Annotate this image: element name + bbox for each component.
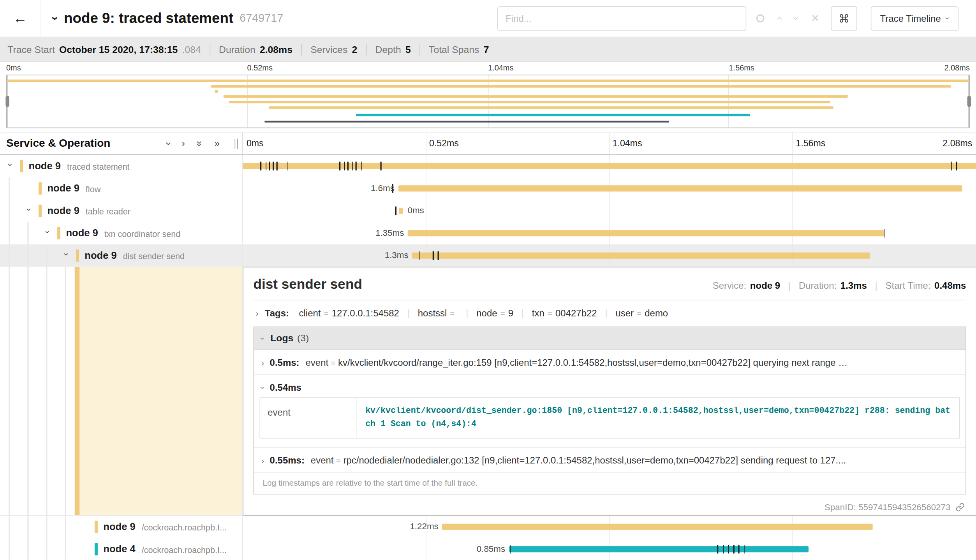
collapse-trace-icon[interactable]: › bbox=[48, 16, 63, 21]
minimap-span-bar bbox=[7, 80, 969, 82]
log-entry-expander-icon[interactable]: › bbox=[259, 386, 267, 389]
minimap-canvas[interactable] bbox=[6, 75, 970, 128]
minimap-span-bar bbox=[211, 85, 951, 88]
summary-item: Total Spans7 bbox=[429, 44, 489, 55]
minimap-right-scrubber[interactable] bbox=[969, 75, 969, 127]
span-name: node 9dist sender send bbox=[85, 244, 240, 267]
log-marker-tick bbox=[287, 162, 288, 170]
span-row-timeline[interactable]: 1.35ms bbox=[243, 222, 976, 245]
chevron-down-icon[interactable]: › bbox=[62, 250, 72, 258]
minimap-tick-label: 1.04ms bbox=[488, 63, 514, 72]
chevron-down-icon: › bbox=[943, 17, 953, 20]
service-name: node 9 bbox=[47, 183, 79, 194]
tags-row[interactable]: ›Tags:client=127.0.0.1:54582|hostssl=|no… bbox=[253, 300, 966, 325]
span-row-timeline[interactable] bbox=[243, 155, 976, 177]
summary-label: Duration bbox=[219, 44, 255, 55]
log-field-value: rpc/nodedialer/nodedialer.go:132 [n9,cli… bbox=[343, 455, 846, 465]
service-operation-title: Service & Operation bbox=[6, 137, 110, 150]
collapse-all-icon[interactable]: » bbox=[195, 140, 205, 146]
span-row[interactable]: node 9/cockroach.roachpb.I...1.22ms bbox=[0, 516, 976, 538]
span-row[interactable]: ›node 9txn coordinator send1.35ms bbox=[0, 222, 976, 245]
span-duration-bar bbox=[442, 524, 872, 530]
duration-label: 1.6ms bbox=[371, 183, 395, 193]
link-icon[interactable] bbox=[950, 502, 965, 512]
span-detail-panel: dist sender sendService:node 9|Duration:… bbox=[243, 267, 976, 516]
log-entry[interactable]: ›0.55ms:event=rpc/nodedialer/nodedialer.… bbox=[254, 448, 965, 472]
span-row-timeline[interactable]: 0.85ms bbox=[243, 538, 976, 560]
chevron-down-icon[interactable]: › bbox=[24, 205, 34, 214]
chevron-up-icon[interactable]: › bbox=[774, 17, 784, 20]
expand-one-icon[interactable]: › bbox=[181, 139, 185, 149]
indent-guide bbox=[46, 267, 47, 515]
minimap-tick-label: 0.52ms bbox=[247, 63, 273, 72]
span-row-timeline[interactable]: 1.3ms bbox=[243, 244, 976, 267]
service-color-bar bbox=[20, 160, 23, 172]
collapse-one-icon[interactable]: › bbox=[163, 142, 173, 145]
chevron-down-icon[interactable]: › bbox=[43, 228, 53, 236]
log-timestamp: 0.55ms: bbox=[270, 455, 305, 465]
log-entry-header[interactable]: ›0.54ms bbox=[254, 375, 965, 395]
operation-name: txn coordinator send bbox=[104, 229, 181, 239]
minimap-tick-labels: 0ms0.52ms1.04ms1.56ms2.08ms bbox=[6, 63, 970, 74]
tag-key: txn bbox=[532, 308, 544, 318]
span-row[interactable]: ›node 9table reader0ms bbox=[0, 200, 976, 222]
target-icon[interactable] bbox=[756, 14, 765, 23]
span-row[interactable]: node 9flow1.6ms bbox=[0, 177, 976, 200]
indent-guide bbox=[9, 222, 10, 245]
span-name: node 9table reader bbox=[47, 200, 240, 222]
trace-view-selector[interactable]: Trace Timeline › bbox=[871, 6, 959, 31]
log-entry[interactable]: ›0.5ms:event=kv/kvclient/kvcoord/range_i… bbox=[254, 350, 965, 375]
minimap-tick-label: 1.56ms bbox=[729, 63, 754, 72]
log-entry-expander-icon[interactable]: › bbox=[261, 359, 264, 367]
indent-guide bbox=[65, 538, 66, 560]
detail-meta: Service:node 9|Duration:1.3ms|Start Time… bbox=[713, 280, 966, 290]
log-marker-tick bbox=[717, 545, 718, 553]
equals-sign: = bbox=[637, 309, 641, 318]
span-row-left[interactable]: ›node 9dist sender send bbox=[0, 244, 243, 267]
chevron-down-icon[interactable]: › bbox=[791, 17, 801, 20]
span-row[interactable]: ›node 9dist sender send1.3ms bbox=[0, 244, 976, 267]
tag-value: demo bbox=[645, 308, 668, 318]
duration-label: 0ms bbox=[407, 205, 424, 215]
keyboard-shortcuts-button[interactable]: ⌘ bbox=[831, 6, 857, 31]
log-marker-tick bbox=[738, 545, 739, 553]
indent-guide bbox=[27, 516, 28, 538]
close-icon[interactable]: ✕ bbox=[811, 13, 820, 24]
log-marker-tick bbox=[352, 162, 353, 170]
span-row-timeline[interactable]: 1.6ms bbox=[243, 177, 976, 200]
meta-label: Service: bbox=[713, 280, 747, 290]
span-row[interactable]: node 4/cockroach.roachpb.I...0.85ms bbox=[0, 538, 976, 560]
span-row-left[interactable]: ›node 9table reader bbox=[0, 200, 243, 222]
span-row-timeline[interactable]: 0ms bbox=[243, 200, 976, 222]
tags-expander-icon[interactable]: › bbox=[256, 309, 259, 317]
span-row-left[interactable]: ›node 9txn coordinator send bbox=[0, 222, 243, 245]
span-row-left[interactable]: node 9flow bbox=[0, 177, 243, 200]
span-row-left[interactable]: ›node 9traced statement bbox=[0, 155, 243, 177]
logs-expander-icon[interactable]: › bbox=[259, 337, 267, 340]
duration-label: 1.35ms bbox=[375, 228, 404, 238]
back-button[interactable]: ← bbox=[0, 0, 41, 37]
logs-header[interactable]: ›Logs(3) bbox=[254, 327, 965, 350]
equals-sign: = bbox=[331, 358, 336, 368]
span-row[interactable]: ›node 9traced statement bbox=[0, 155, 976, 177]
indent-guide bbox=[27, 244, 28, 267]
log-entry-expander-icon[interactable]: › bbox=[261, 456, 264, 465]
service-color-bar bbox=[39, 182, 42, 195]
column-resize-grip[interactable] bbox=[233, 139, 238, 149]
page-header: ← › node 9: traced statement 6749717 › ›… bbox=[0, 0, 976, 37]
minimap-span-bar bbox=[269, 106, 833, 109]
find-input[interactable] bbox=[497, 6, 746, 31]
equals-sign: = bbox=[336, 456, 341, 465]
chevron-down-icon[interactable]: › bbox=[5, 160, 16, 169]
service-name: node 9 bbox=[29, 160, 61, 172]
expand-all-icon[interactable]: » bbox=[214, 139, 220, 149]
timeline-tick-label: 1.04ms bbox=[613, 138, 642, 148]
service-color-bar bbox=[57, 227, 60, 239]
span-row-left[interactable]: node 9/cockroach.roachpb.I... bbox=[0, 516, 243, 538]
minimap-left-scrubber[interactable] bbox=[7, 75, 8, 127]
summary-value: 2 bbox=[352, 44, 357, 55]
span-row-left[interactable]: node 4/cockroach.roachpb.I... bbox=[0, 538, 243, 560]
span-row-timeline[interactable]: 1.22ms bbox=[243, 516, 976, 538]
summary-label: Trace Start bbox=[7, 44, 55, 55]
service-color-bar bbox=[95, 521, 98, 533]
